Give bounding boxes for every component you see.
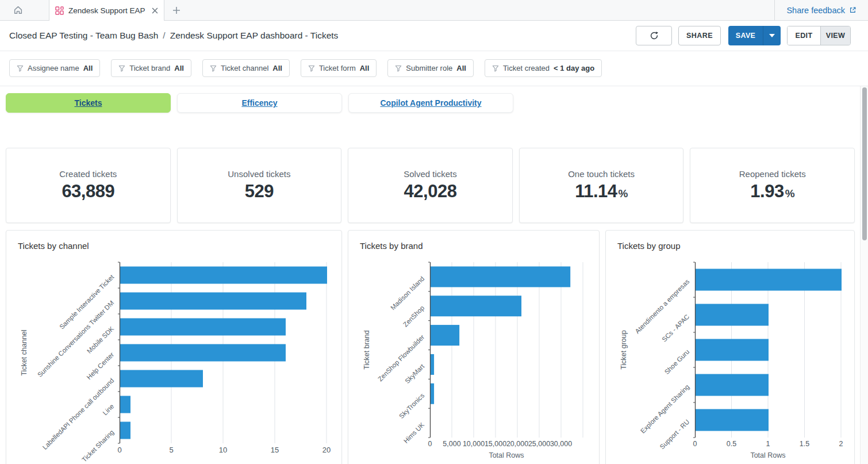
bar-line[interactable] [120,396,130,413]
x-tick-label: 0 [117,446,121,454]
kpi-label: Solved tickets [404,169,457,179]
bar-help-center[interactable] [120,344,286,362]
filter-icon [492,65,499,72]
kpi-card-solved-tickets: Solved tickets42,028 [348,148,513,223]
kpi-card-unsolved-tickets: Unsolved tickets529 [177,148,342,223]
bar-scs-apac[interactable] [696,304,769,326]
x-tick-label: 0 [693,440,697,448]
bar-sunshine-conversations-twitter-dm[interactable] [120,293,306,310]
bar-explore-agent-sharing[interactable] [696,374,769,396]
filter-label: Ticket brand [129,64,170,72]
kpi-suffix: % [785,187,794,200]
bar-zenshop[interactable] [431,296,521,316]
kpi-card-one-touch-tickets: One touch tickets11.14% [519,148,684,223]
filter-icon [395,65,402,72]
kpi-card-reopened-tickets: Reopened tickets1.93% [690,148,855,223]
scrollbar-thumb[interactable] [862,87,867,240]
y-axis-label: Ticket channel [20,329,28,375]
filter-ticket-channel[interactable]: Ticket channelAll [202,59,290,77]
dashboard-icon [55,6,64,15]
new-tab-button[interactable] [164,0,189,20]
bar-madison-island[interactable] [431,266,570,287]
dashboard-tab-tickets[interactable]: Tickets [6,93,171,113]
share-feedback-label: Share feedback [786,6,845,15]
category-label: Hims UK [402,421,426,444]
category-label: Help Center [86,351,116,381]
bar-skymart[interactable] [431,354,434,375]
kpi-label: Unsolved tickets [228,169,290,179]
x-tick-label: 5 [169,446,173,454]
bar-skytronics[interactable] [431,384,434,404]
x-tick-label: 15 [271,446,279,454]
category-label: Line [102,402,116,416]
home-button[interactable] [5,0,31,20]
breadcrumb-separator: / [163,30,165,40]
category-label: ZenShop Flowbuilder [377,333,425,382]
bar-mobile-sdk[interactable] [120,319,286,336]
category-label: SCs - APAC [660,313,690,343]
tab-close-icon[interactable] [152,7,158,14]
y-axis-label: Ticket brand [363,330,371,369]
bar-shoe-guru[interactable] [696,339,769,361]
category-label: ZenShop [402,304,425,328]
filter-value: All [360,64,370,72]
share-feedback-link[interactable]: Share feedback [774,0,868,20]
kpi-value: 11.14% [575,181,628,202]
plus-icon [172,6,180,14]
x-tick-label: 20 [322,446,331,454]
x-tick-label: 25,000 [528,440,550,448]
dashboard-tab-efficency[interactable]: Efficency [177,93,342,113]
chart-card-tickets-by-group: Tickets by groupAtendimento a empresasSC… [605,230,855,464]
bar-ticket-sharing[interactable] [120,422,130,439]
bar-labelledapi-phone-call-outbound[interactable] [120,370,203,388]
filter-value: All [272,64,282,72]
kpi-row: Created tickets63,889Unsolved tickets529… [6,148,855,223]
tickets-by-channel-chart: Sample Interactive TicketSunshine Conver… [6,231,342,464]
tickets-by-group-chart: Atendimento a empresasSCs - APACShoe Gur… [606,231,855,464]
x-tick-label: 10,000 [463,440,485,448]
x-tick-label: 30,000 [550,440,572,448]
view-button[interactable]: VIEW [820,26,850,45]
filter-submitter-role[interactable]: Submitter roleAll [387,59,474,77]
filter-icon [210,65,217,72]
kpi-label: One touch tickets [568,169,635,179]
bar-zenshop-flowbuilder[interactable] [431,325,459,346]
kpi-value: 63,889 [62,181,114,202]
filter-label: Ticket created [503,64,550,72]
dashboard-header: Closed EAP Testing - Team Bug Bash/Zende… [0,21,868,51]
x-tick-label: 20,000 [506,440,528,448]
category-label: SkyTronics [398,392,426,420]
x-tick-label: 15,000 [485,440,506,448]
category-label: SkyMart [404,362,426,385]
share-button[interactable]: SHARE [678,26,721,45]
filter-ticket-brand[interactable]: Ticket brandAll [111,59,191,77]
category-label: Support - RU [658,418,690,450]
x-tick-label: 10 [219,446,227,454]
chart-card-tickets-by-brand: Tickets by brandMadison IslandZenShopZen… [348,230,600,464]
save-dropdown-button[interactable] [763,26,781,45]
dashboard-tab[interactable]: Zendesk Support EAP da... [49,0,164,21]
bar-sample-interactive-ticket[interactable] [120,267,327,284]
x-tick-label: 1 [766,440,770,448]
charts-row: Tickets by channelSample Interactive Tic… [6,230,860,464]
filter-bar: Assignee nameAllTicket brandAllTicket ch… [0,51,868,86]
refresh-button[interactable] [636,26,672,45]
kpi-value: 529 [245,181,274,202]
external-link-icon [849,6,857,14]
dashboard-nav-tabs: TicketsEfficencyCopilot Agent Productivi… [6,93,860,113]
filter-label: Ticket channel [221,64,268,72]
filter-icon [308,65,315,72]
tab-title: Zendesk Support EAP da... [68,6,147,15]
save-button[interactable]: SAVE [728,26,763,45]
filter-ticket-created[interactable]: Ticket created< 1 day ago [485,59,602,77]
edit-button[interactable]: EDIT [788,26,820,45]
filter-value: All [83,64,93,72]
filter-ticket-form[interactable]: Ticket formAll [301,59,377,77]
filter-assignee-name[interactable]: Assignee nameAll [9,59,100,77]
kpi-suffix: % [619,187,628,200]
x-tick-label: 1.5 [800,440,809,448]
dashboard-tab-copilot-agent-productivity[interactable]: Copilot Agent Productivity [348,93,513,113]
bar-atendimento-a-empresas[interactable] [696,269,842,291]
bar-support-ru[interactable] [696,409,769,431]
breadcrumb-current: Zendesk Support EAP dashboard - Tickets [170,30,339,40]
